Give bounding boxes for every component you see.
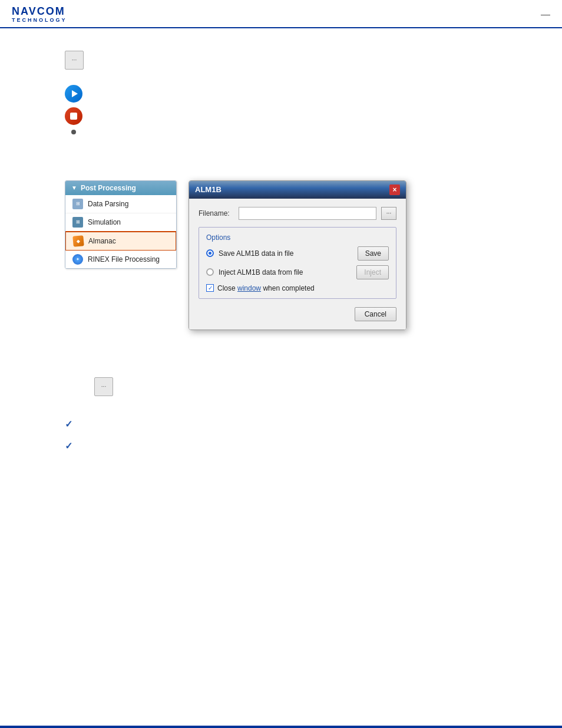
alm-cancel-button[interactable]: Cancel — [355, 307, 396, 321]
alm-filename-row: Filename: ··· — [199, 207, 396, 220]
icon-box-1-dots: ··· — [72, 57, 77, 63]
data-parsing-icon: ⊞ — [72, 199, 83, 209]
alm-close-label: Close window when completed — [217, 284, 315, 292]
post-processing-panel: ▼ Post Processing ⊞ Data Parsing ⊠ Simul… — [65, 180, 177, 269]
logo-technology: TECHNOLOGY — [12, 18, 67, 24]
checkmark-2-icon: ✓ — [65, 440, 75, 452]
alm-window-link[interactable]: window — [237, 284, 261, 292]
alm-dialog: ALM1B × Filename: ··· Options Save ALM1B… — [189, 180, 406, 330]
alm-inject-button[interactable]: Inject — [356, 265, 389, 279]
alm-inject-radio[interactable] — [206, 268, 214, 276]
panel-item-almanac[interactable]: ◆ Almanac — [65, 231, 177, 251]
header: NAVCOM TECHNOLOGY — — [0, 0, 562, 28]
alm-close-button[interactable]: × — [389, 185, 400, 195]
alm-filename-input[interactable] — [239, 207, 376, 220]
panel-item-simulation[interactable]: ⊠ Simulation — [65, 213, 176, 232]
panel-item-simulation-label: Simulation — [88, 218, 121, 226]
panel-item-data-parsing[interactable]: ⊞ Data Parsing — [65, 195, 176, 213]
stop-icon-inner — [70, 113, 77, 120]
alm-save-radio[interactable] — [206, 249, 214, 257]
panel-arrow-icon: ▼ — [71, 185, 77, 191]
list-item-play[interactable] — [65, 85, 527, 103]
panel-item-rinex[interactable]: ✦ RINEX File Processing — [65, 251, 176, 268]
list-item-empty — [65, 130, 527, 134]
panel-item-rinex-label: RINEX File Processing — [88, 255, 160, 263]
simulation-icon: ⊠ — [72, 217, 83, 228]
rinex-icon: ✦ — [72, 254, 83, 265]
alm-inject-option-row: Inject ALM1B data from file Inject — [206, 265, 389, 279]
logo-navcom: NAVCOM — [12, 6, 67, 18]
alm-save-button[interactable]: Save — [358, 246, 389, 261]
alm-dialog-title-text: ALM1B — [195, 185, 222, 194]
icon-box-2[interactable]: ··· — [94, 377, 113, 396]
almanac-icon: ◆ — [72, 235, 84, 247]
alm-inject-label: Inject ALM1B data from file — [219, 268, 352, 276]
minimize-button[interactable]: — — [541, 9, 550, 20]
alm-options-title: Options — [206, 233, 389, 242]
empty-bullet-icon — [71, 130, 76, 134]
check-item-2: ✓ — [65, 440, 527, 452]
panel-title: Post Processing — [81, 184, 136, 192]
alm-dialog-body: Filename: ··· Options Save ALM1B data in… — [189, 199, 406, 330]
panel-header: ▼ Post Processing — [65, 181, 176, 195]
alm-save-label: Save ALM1B data in file — [219, 249, 353, 258]
checkmark-1-icon: ✓ — [65, 419, 75, 430]
icon-list-1 — [65, 85, 527, 134]
icon-box-2-dots: ··· — [101, 383, 106, 390]
bottom-section: ··· ✓ ✓ — [65, 377, 527, 452]
alm-browse-button[interactable]: ··· — [381, 207, 396, 220]
logo: NAVCOM TECHNOLOGY — [12, 6, 67, 24]
panel-item-data-parsing-label: Data Parsing — [88, 200, 128, 208]
icon-box-1[interactable]: ··· — [65, 51, 84, 70]
alm-save-option-row: Save ALM1B data in file Save — [206, 246, 389, 261]
alm-footer: Cancel — [199, 307, 396, 321]
stop-icon[interactable] — [65, 107, 82, 125]
panel-item-almanac-label: Almanac — [88, 237, 116, 245]
alm-dialog-title: ALM1B × — [189, 181, 406, 199]
play-icon[interactable] — [65, 85, 82, 103]
alm-close-checkbox[interactable] — [206, 284, 214, 292]
alm-options-group: Options Save ALM1B data in file Save Inj… — [199, 227, 396, 299]
section-row: ▼ Post Processing ⊞ Data Parsing ⊠ Simul… — [65, 180, 527, 330]
main-content: ··· ▼ Post Processing ⊞ Data Parsing — [0, 28, 562, 474]
check-item-1: ✓ — [65, 419, 527, 430]
alm-filename-label: Filename: — [199, 209, 234, 218]
footer-line — [0, 726, 562, 728]
alm-close-row: Close window when completed — [206, 284, 389, 292]
list-item-stop[interactable] — [65, 107, 527, 125]
